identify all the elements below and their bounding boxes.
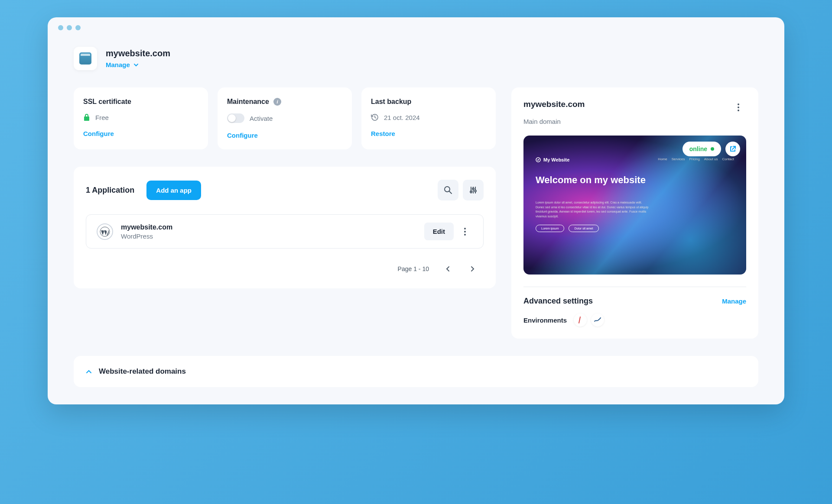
env-icon-mariadb[interactable] — [591, 313, 604, 326]
maintenance-card: Maintenance i Activate Configure — [218, 87, 352, 149]
window-control-dot[interactable] — [58, 25, 63, 30]
edit-app-button[interactable]: Edit — [424, 223, 454, 240]
next-page-button[interactable] — [466, 262, 479, 275]
browser-window-icon — [79, 52, 91, 65]
panel-more-button[interactable] — [731, 100, 746, 115]
wave-icon — [594, 317, 601, 323]
lock-icon — [83, 113, 90, 121]
svg-point-8 — [738, 103, 739, 105]
ssl-configure-link[interactable]: Configure — [83, 130, 198, 137]
app-row[interactable]: mywebsite.com WordPress Edit — [86, 214, 484, 249]
svg-point-5 — [464, 228, 466, 229]
chevron-left-icon — [445, 266, 450, 272]
app-window: mywebsite.com Manage SSL certificate Fre… — [48, 17, 784, 404]
domains-title: Website-related domains — [99, 367, 186, 376]
more-vertical-icon — [464, 228, 466, 236]
feather-icon — [577, 317, 583, 323]
site-thumbnail[interactable]: online My Website HomeServi — [523, 136, 746, 275]
applications-section: 1 Application Add an app — [74, 167, 496, 288]
backup-restore-link[interactable]: Restore — [371, 130, 486, 137]
more-vertical-icon — [738, 103, 739, 111]
chevron-right-icon — [471, 266, 475, 272]
pagination-label: Page 1 - 10 — [398, 265, 429, 272]
thumb-cta-2: Dolor sit amet — [569, 225, 598, 232]
preview-subtitle: Main domain — [523, 118, 746, 125]
app-more-button[interactable] — [457, 224, 473, 239]
env-icon-ruby[interactable] — [574, 313, 587, 326]
thumbnail-nav: HomeServicesPricingAbout usContact — [658, 157, 734, 161]
window-control-dot[interactable] — [67, 25, 72, 30]
pagination: Page 1 - 10 — [86, 262, 484, 275]
ssl-card: SSL certificate Free Configure — [74, 87, 208, 149]
domain-preview-panel: mywebsite.com Main domain online — [511, 87, 758, 339]
filter-button[interactable] — [463, 180, 484, 200]
maintenance-toggle[interactable] — [227, 113, 244, 123]
svg-point-0 — [445, 187, 450, 192]
page-header: mywebsite.com Manage — [74, 47, 758, 70]
advanced-manage-link[interactable]: Manage — [722, 297, 746, 305]
domains-section[interactable]: Website-related domains — [74, 356, 758, 387]
advanced-title: Advanced settings — [523, 297, 593, 306]
window-titlebar — [48, 17, 784, 38]
divider — [523, 287, 746, 287]
maintenance-configure-link[interactable]: Configure — [227, 132, 342, 139]
search-icon — [444, 186, 452, 194]
backup-value: 21 oct. 2024 — [384, 114, 420, 121]
search-button[interactable] — [438, 180, 458, 200]
svg-point-10 — [738, 110, 739, 111]
app-type: WordPress — [121, 233, 172, 240]
site-icon — [74, 47, 97, 70]
manage-dropdown[interactable]: Manage — [106, 61, 170, 68]
environments-label: Environments — [523, 317, 567, 324]
svg-point-3 — [474, 190, 476, 192]
prev-page-button[interactable] — [441, 262, 454, 275]
app-name: mywebsite.com — [121, 223, 172, 231]
backup-title: Last backup — [371, 98, 486, 106]
add-app-button[interactable]: Add an app — [146, 181, 201, 200]
site-name: mywebsite.com — [106, 48, 170, 58]
apps-count: 1 Application — [86, 186, 134, 195]
wordpress-icon — [97, 223, 113, 240]
preview-domain: mywebsite.com — [523, 100, 585, 109]
ssl-value: Free — [95, 114, 109, 121]
history-icon — [371, 113, 379, 121]
thumbnail-headline: Welcome on my website — [536, 174, 734, 186]
chevron-down-icon — [133, 62, 139, 68]
sliders-icon — [469, 186, 478, 194]
backup-card: Last backup 21 oct. 2024 Restore — [361, 87, 496, 149]
maintenance-value: Activate — [250, 115, 273, 122]
svg-point-9 — [738, 107, 739, 108]
window-control-dot[interactable] — [75, 25, 81, 30]
svg-point-6 — [464, 231, 466, 233]
svg-point-7 — [464, 234, 466, 236]
chevron-up-icon — [86, 369, 92, 374]
info-icon[interactable]: i — [273, 98, 281, 106]
thumbnail-body: Lorem ipsum dolor sit amet, consectetur … — [536, 200, 651, 219]
ssl-title: SSL certificate — [83, 98, 198, 106]
maintenance-title: Maintenance — [227, 98, 269, 106]
manage-label: Manage — [106, 61, 130, 68]
thumb-cta-1: Lorem ipsum — [536, 225, 564, 232]
